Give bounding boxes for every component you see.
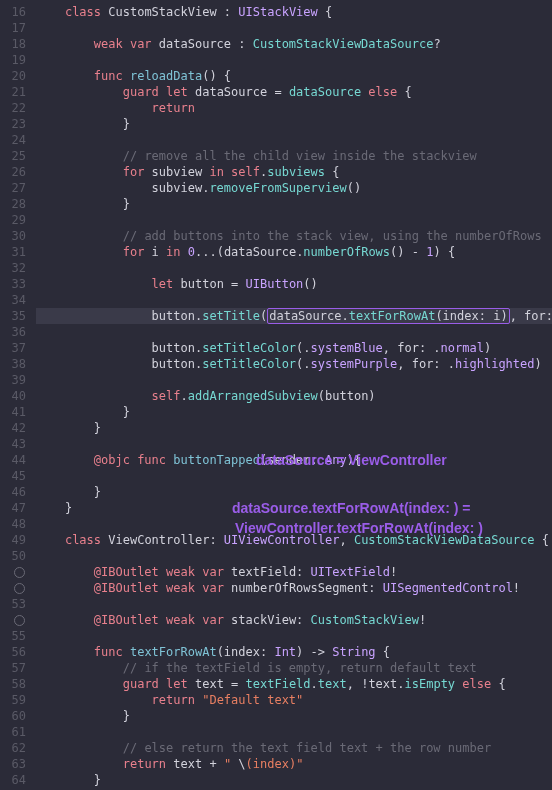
code-editor[interactable]: 1617181920212223242526272829303132333435… — [0, 0, 552, 790]
code-line[interactable]: } — [36, 500, 552, 516]
code-line[interactable]: } — [36, 420, 552, 436]
code-line[interactable]: button.setTitle(dataSource.textForRowAt(… — [36, 308, 552, 324]
line-number: 27 — [0, 180, 26, 196]
line-number: 44 — [0, 452, 26, 468]
line-number: 33 — [0, 276, 26, 292]
code-line[interactable]: } — [36, 116, 552, 132]
line-number: 31 — [0, 244, 26, 260]
code-line[interactable]: @IBOutlet weak var stackView: CustomStac… — [36, 612, 552, 628]
code-line[interactable] — [36, 724, 552, 740]
gutter-iboutlet-circle[interactable] — [0, 580, 26, 596]
line-number: 34 — [0, 292, 26, 308]
code-line[interactable] — [36, 212, 552, 228]
code-line[interactable] — [36, 52, 552, 68]
line-number: 25 — [0, 148, 26, 164]
code-line[interactable] — [36, 132, 552, 148]
code-line[interactable] — [36, 20, 552, 36]
code-line[interactable]: guard let dataSource = dataSource else { — [36, 84, 552, 100]
line-number: 47 — [0, 500, 26, 516]
line-number: 20 — [0, 68, 26, 84]
code-line[interactable]: // remove all the child view inside the … — [36, 148, 552, 164]
code-line[interactable]: let button = UIButton() — [36, 276, 552, 292]
code-line[interactable]: } — [36, 404, 552, 420]
line-number: 38 — [0, 356, 26, 372]
line-number: 59 — [0, 692, 26, 708]
line-number: 45 — [0, 468, 26, 484]
line-number: 42 — [0, 420, 26, 436]
line-number: 43 — [0, 436, 26, 452]
code-line[interactable] — [36, 260, 552, 276]
code-line[interactable]: button.setTitleColor(.systemBlue, for: .… — [36, 340, 552, 356]
line-number: 49 — [0, 532, 26, 548]
code-line[interactable]: @IBOutlet weak var numberOfRowsSegment: … — [36, 580, 552, 596]
line-number: 21 — [0, 84, 26, 100]
line-number: 50 — [0, 548, 26, 564]
code-line[interactable]: } — [36, 708, 552, 724]
line-number: 30 — [0, 228, 26, 244]
line-number: 22 — [0, 100, 26, 116]
code-line[interactable]: class CustomStackView : UIStackView { — [36, 4, 552, 20]
line-number: 60 — [0, 708, 26, 724]
line-number: 17 — [0, 20, 26, 36]
code-line[interactable] — [36, 628, 552, 644]
line-number: 61 — [0, 724, 26, 740]
code-line[interactable] — [36, 372, 552, 388]
line-number: 53 — [0, 596, 26, 612]
line-number: 56 — [0, 644, 26, 660]
code-line[interactable]: self.addArrangedSubview(button) — [36, 388, 552, 404]
code-line[interactable]: return — [36, 100, 552, 116]
code-line[interactable]: class ViewController: UIViewController, … — [36, 532, 552, 548]
line-number: 46 — [0, 484, 26, 500]
line-gutter: 1617181920212223242526272829303132333435… — [0, 0, 36, 790]
gutter-iboutlet-circle[interactable] — [0, 612, 26, 628]
line-number: 57 — [0, 660, 26, 676]
line-number: 26 — [0, 164, 26, 180]
line-number: 62 — [0, 740, 26, 756]
code-line[interactable]: func reloadData() { — [36, 68, 552, 84]
line-number: 64 — [0, 772, 26, 788]
line-number: 18 — [0, 36, 26, 52]
code-line[interactable]: func textForRowAt(index: Int) -> String … — [36, 644, 552, 660]
code-line[interactable]: for subview in self.subviews { — [36, 164, 552, 180]
code-line[interactable]: return text + " \(index)" — [36, 756, 552, 772]
line-number: 48 — [0, 516, 26, 532]
gutter-iboutlet-circle[interactable] — [0, 564, 26, 580]
line-number: 55 — [0, 628, 26, 644]
code-line[interactable]: // else return the text field text + the… — [36, 740, 552, 756]
line-number: 16 — [0, 4, 26, 20]
line-number: 39 — [0, 372, 26, 388]
code-area[interactable]: class CustomStackView : UIStackView { we… — [36, 0, 552, 790]
code-line[interactable] — [36, 548, 552, 564]
line-number: 29 — [0, 212, 26, 228]
code-line[interactable]: guard let text = textField.text, !text.i… — [36, 676, 552, 692]
line-number: 35 — [0, 308, 26, 324]
code-line[interactable]: @IBOutlet weak var textField: UITextFiel… — [36, 564, 552, 580]
code-line[interactable] — [36, 516, 552, 532]
line-number: 41 — [0, 404, 26, 420]
code-line[interactable] — [36, 596, 552, 612]
line-number: 36 — [0, 324, 26, 340]
code-line[interactable]: } — [36, 772, 552, 788]
code-line[interactable]: @objc func buttonTapped(sender: Any){ — [36, 452, 552, 468]
code-line[interactable]: // add buttons into the stack view, usin… — [36, 228, 552, 244]
line-number: 28 — [0, 196, 26, 212]
code-line[interactable]: return "Default text" — [36, 692, 552, 708]
line-number: 40 — [0, 388, 26, 404]
code-line[interactable] — [36, 468, 552, 484]
line-number: 23 — [0, 116, 26, 132]
code-line[interactable]: subview.removeFromSuperview() — [36, 180, 552, 196]
code-line[interactable] — [36, 292, 552, 308]
code-line[interactable] — [36, 324, 552, 340]
line-number: 63 — [0, 756, 26, 772]
line-number: 24 — [0, 132, 26, 148]
code-line[interactable] — [36, 436, 552, 452]
line-number: 19 — [0, 52, 26, 68]
code-line[interactable]: } — [36, 484, 552, 500]
code-line[interactable]: } — [36, 196, 552, 212]
code-line[interactable]: button.setTitleColor(.systemPurple, for:… — [36, 356, 552, 372]
line-number: 58 — [0, 676, 26, 692]
code-line[interactable]: // if the textField is empty, return def… — [36, 660, 552, 676]
line-number: 32 — [0, 260, 26, 276]
code-line[interactable]: for i in 0...(dataSource.numberOfRows() … — [36, 244, 552, 260]
code-line[interactable]: weak var dataSource : CustomStackViewDat… — [36, 36, 552, 52]
